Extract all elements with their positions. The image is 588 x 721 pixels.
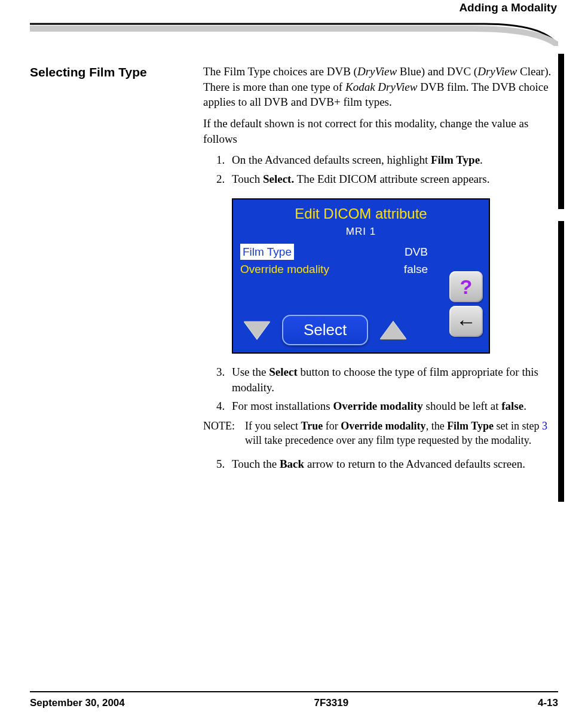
- text: Blue) and DVC (: [397, 65, 477, 78]
- text-bold: Film Type: [447, 420, 494, 432]
- step-number: 2.: [216, 171, 232, 187]
- text: If you select: [245, 420, 301, 432]
- text-bold: Select: [269, 366, 297, 378]
- step-number: 4.: [216, 398, 232, 414]
- text-bold: Override modality: [341, 420, 425, 432]
- section-title: Adding a Modality: [30, 0, 558, 14]
- text: for: [323, 420, 341, 432]
- intro-paragraph: The Film Type choices are DVB (DryView B…: [203, 64, 558, 110]
- up-arrow-button[interactable]: [380, 321, 406, 339]
- step-5: 5. Touch the Back arrow to return to the…: [216, 456, 558, 472]
- step-1: 1. On the Advanced defaults screen, high…: [216, 152, 558, 168]
- text: Touch the: [232, 458, 280, 470]
- footer-pagenum: 4-13: [538, 697, 558, 709]
- text: Touch: [232, 173, 263, 185]
- text: will take precedence over any film type …: [245, 434, 531, 446]
- text: .: [523, 400, 526, 412]
- text-italic: DryView: [357, 65, 397, 78]
- attribute-row-override[interactable]: Override modality false: [240, 261, 482, 278]
- text: arrow to return to the Advanced defaults…: [304, 458, 525, 470]
- step-4: 4. For most installations Override modal…: [216, 398, 558, 414]
- down-arrow-button[interactable]: [244, 321, 270, 339]
- text-bold: Select.: [263, 173, 294, 185]
- text-bold: True: [301, 420, 323, 432]
- screen-subtitle: MRI 1: [233, 225, 489, 244]
- back-arrow-icon: ←: [456, 308, 476, 336]
- back-button[interactable]: ←: [449, 306, 483, 337]
- attribute-label: Override modality: [240, 261, 329, 278]
- tab-marks: [558, 54, 564, 508]
- text: set in step: [494, 420, 542, 432]
- page-footer: September 30, 2004 7F3319 4-13: [30, 691, 558, 709]
- attribute-row-film-type[interactable]: Film Type DVB: [240, 244, 482, 260]
- side-heading: Selecting Film Type: [30, 64, 185, 476]
- step-3: 3. Use the Select button to choose the t…: [216, 364, 558, 395]
- step-2: 2. Touch Select. The Edit DICOM attribut…: [216, 171, 558, 187]
- text: The Film Type choices are DVB (: [203, 65, 357, 78]
- text-italic: DryView: [477, 65, 517, 78]
- select-button[interactable]: Select: [282, 315, 368, 345]
- edit-dicom-screen: Edit DICOM attribute MRI 1 Film Type DVB…: [232, 198, 490, 354]
- footer-date: September 30, 2004: [30, 697, 125, 709]
- footer-docnum: 7F3319: [314, 697, 349, 709]
- step-number: 1.: [216, 152, 232, 168]
- note: NOTE: If you select True for Override mo…: [203, 419, 558, 448]
- text-italic: Kodak DryView: [345, 81, 418, 93]
- instruction-paragraph: If the default shown is not correct for …: [203, 116, 558, 146]
- text: The Edit DICOM attribute screen appears.: [294, 173, 489, 185]
- text: , the: [426, 420, 448, 432]
- text: For most installations: [232, 400, 333, 412]
- text-bold: Film Type: [431, 154, 480, 166]
- note-label: NOTE:: [203, 419, 245, 448]
- text-bold: Override modality: [333, 400, 422, 412]
- header-swoosh: [30, 19, 558, 46]
- text-bold: false: [501, 400, 523, 412]
- attribute-value: DVB: [405, 244, 482, 260]
- text: On the Advanced defaults screen, highlig…: [232, 154, 431, 166]
- step-number: 5.: [216, 456, 232, 472]
- help-button[interactable]: ?: [449, 271, 483, 302]
- screen-title: Edit DICOM attribute: [233, 200, 489, 225]
- attribute-label-highlighted: Film Type: [240, 244, 294, 260]
- text-bold: Back: [280, 458, 304, 470]
- text: .: [480, 154, 483, 166]
- body-column: The Film Type choices are DVB (DryView B…: [203, 64, 558, 476]
- step-number: 3.: [216, 364, 232, 395]
- question-icon: ?: [460, 274, 473, 301]
- text: Use the: [232, 366, 269, 378]
- screenshot-figure: Edit DICOM attribute MRI 1 Film Type DVB…: [232, 198, 558, 354]
- step-cross-reference-link[interactable]: 3: [542, 420, 547, 432]
- text: should be left at: [423, 400, 501, 412]
